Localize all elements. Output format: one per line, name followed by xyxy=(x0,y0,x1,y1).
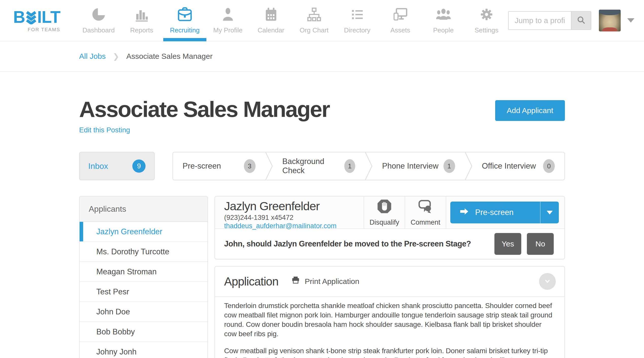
chevron-down-icon xyxy=(543,277,552,286)
people-icon xyxy=(436,7,451,22)
briefcase-icon xyxy=(177,7,193,22)
disqualify-button[interactable]: Disqualify xyxy=(364,196,405,228)
brand-mark-icon xyxy=(26,11,37,24)
applicant-detail-card: Jazlyn Greenfelder (923)244-1391 x45472 … xyxy=(214,196,565,259)
user-menu-caret-icon[interactable] xyxy=(627,18,634,23)
applicant-email-link[interactable]: thaddeus_aufderhar@mailinator.com xyxy=(224,222,364,230)
application-title: Application xyxy=(224,275,278,288)
stage-label: Pre-screen xyxy=(183,162,221,171)
applicant-list-item[interactable]: Jazlyn Greenfelder xyxy=(80,222,207,242)
pipeline: Inbox 9 Pre-screen 3 Background Check 1 … xyxy=(79,152,565,180)
application-body: Tenderloin drumstick porchetta shankle m… xyxy=(215,297,564,358)
page-header: Associate Sales Manager Edit this Postin… xyxy=(79,97,565,134)
comment-button[interactable]: Comment xyxy=(405,196,446,228)
application-paragraph: Tenderloin drumstick porchetta shankle m… xyxy=(224,301,555,338)
stage-label: Background Check xyxy=(282,157,345,175)
stage-phone-interview[interactable]: Phone Interview 1 xyxy=(372,152,465,180)
search-button[interactable] xyxy=(571,12,591,29)
applicant-detail-column: Jazlyn Greenfelder (923)244-1391 x45472 … xyxy=(214,196,565,358)
breadcrumb-chevron-icon: ❯ xyxy=(113,52,119,61)
application-paragraph: Cow meatball pig venison shank t-bone st… xyxy=(224,346,555,358)
add-applicant-button[interactable]: Add Applicant xyxy=(495,100,565,121)
stop-hand-icon xyxy=(377,199,392,216)
stage-background-check[interactable]: Background Check 1 xyxy=(273,152,365,180)
caret-down-icon xyxy=(547,211,553,214)
nav-item-recruiting[interactable]: Recruiting xyxy=(163,0,206,41)
breadcrumb-current: Associate Sales Manager xyxy=(126,52,212,61)
applicants-panel: Applicants Jazlyn Greenfelder Ms. Doroth… xyxy=(79,196,208,358)
yes-button[interactable]: Yes xyxy=(494,233,521,255)
nav-item-calendar[interactable]: Calendar xyxy=(249,0,293,41)
nav-item-org-chart[interactable]: Org Chart xyxy=(293,0,336,41)
search-icon xyxy=(576,15,586,26)
move-to-stage-button[interactable]: Pre-screen xyxy=(450,202,559,223)
edit-posting-link[interactable]: Edit this Posting xyxy=(79,126,130,134)
brand-letters: ILT xyxy=(37,9,60,25)
applicant-list-item[interactable]: Test Pesr xyxy=(80,282,207,302)
comment-bubbles-icon xyxy=(418,199,433,216)
applicant-list-item[interactable]: John Doe xyxy=(80,302,207,322)
nav-item-reports[interactable]: Reports xyxy=(120,0,163,41)
brand-letter: B xyxy=(13,9,25,25)
printer-icon xyxy=(291,276,301,288)
stage-count-badge: 0 xyxy=(543,159,555,173)
applicant-detail-header: Jazlyn Greenfelder (923)244-1391 x45472 … xyxy=(215,196,564,229)
inbox-count-badge: 9 xyxy=(132,159,146,173)
main-content: Associate Sales Manager Edit this Postin… xyxy=(79,97,565,358)
stage-move-prompt: John, should Jazlyn Greenfelder be moved… xyxy=(215,229,564,259)
nav-item-people[interactable]: People xyxy=(422,0,465,41)
nav-right-controls xyxy=(508,10,634,31)
breadcrumb-link-all-jobs[interactable]: All Jobs xyxy=(79,52,106,61)
calendar-icon xyxy=(263,7,279,22)
collapse-section-button[interactable] xyxy=(539,273,556,290)
application-header: Application Print Application xyxy=(215,266,564,297)
stage-chevron-icon xyxy=(465,152,472,180)
nav-item-my-profile[interactable]: My Profile xyxy=(206,0,249,41)
stage-office-interview[interactable]: Office Interview 0 xyxy=(472,152,565,180)
stage-inbox[interactable]: Inbox 9 xyxy=(79,152,155,180)
nav-item-assets[interactable]: Assets xyxy=(379,0,422,41)
devices-icon xyxy=(392,7,408,22)
stage-dropdown-caret[interactable] xyxy=(540,202,559,223)
stage-count-badge: 1 xyxy=(443,159,455,173)
stage-chevron-icon xyxy=(365,152,372,180)
primary-nav: Dashboard Reports Recruitin xyxy=(77,0,508,41)
profile-search xyxy=(508,11,591,30)
stage-chevron-icon xyxy=(265,152,273,180)
applicants-panel-header: Applicants xyxy=(80,196,207,222)
list-icon xyxy=(349,7,365,22)
print-application-button[interactable]: Print Application xyxy=(291,276,359,288)
applicant-list-item[interactable]: Bob Bobby xyxy=(80,322,207,342)
bar-chart-icon xyxy=(134,7,150,22)
no-button[interactable]: No xyxy=(527,233,554,255)
nav-item-directory[interactable]: Directory xyxy=(336,0,379,41)
stage-move-control: Pre-screen xyxy=(446,196,564,228)
stage-pre-screen[interactable]: Pre-screen 3 xyxy=(173,152,265,180)
inbox-label: Inbox xyxy=(88,162,108,171)
page-title: Associate Sales Manager xyxy=(79,97,330,121)
applicant-list-item[interactable]: Johny Jonh xyxy=(80,342,207,358)
gear-icon xyxy=(479,7,494,22)
applicant-name: Jazlyn Greenfelder xyxy=(224,200,364,213)
nav-item-settings[interactable]: Settings xyxy=(465,0,508,41)
breadcrumb: All Jobs ❯ Associate Sales Manager xyxy=(0,41,644,72)
stage-count-badge: 3 xyxy=(244,159,256,173)
org-chart-icon xyxy=(306,7,322,22)
brand-wordmark: B ILT xyxy=(13,9,60,25)
stage-label: Phone Interview xyxy=(382,162,438,171)
person-icon xyxy=(220,7,236,22)
applicant-list-item[interactable]: Meagan Stroman xyxy=(80,262,207,282)
nav-item-dashboard[interactable]: Dashboard xyxy=(77,0,120,41)
top-navigation: B ILT FOR TEAMS Dashboard xyxy=(0,0,644,41)
stage-list: Pre-screen 3 Background Check 1 Phone In… xyxy=(172,152,565,180)
search-input[interactable] xyxy=(509,12,571,29)
avatar[interactable] xyxy=(599,10,621,31)
stage-count-badge: 1 xyxy=(344,159,355,173)
application-card: Application Print Application xyxy=(214,266,565,358)
arrow-right-icon xyxy=(459,207,470,218)
applicant-list-item[interactable]: Ms. Dorothy Turcotte xyxy=(80,242,207,262)
stage-label: Office Interview xyxy=(482,162,536,171)
pie-chart-icon xyxy=(91,7,106,22)
applicant-phone: (923)244-1391 x45472 xyxy=(224,214,364,222)
brand-logo[interactable]: B ILT FOR TEAMS xyxy=(13,9,60,32)
